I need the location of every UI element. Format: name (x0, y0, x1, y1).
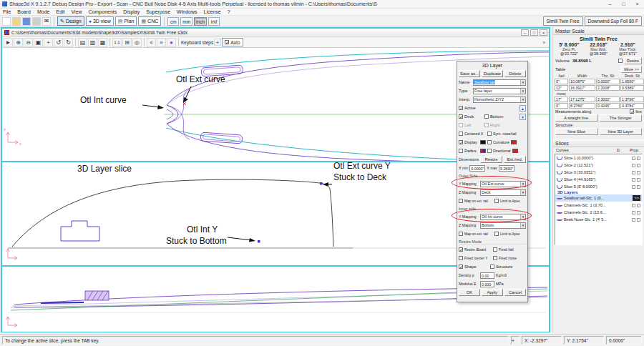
list-item-slice-3[interactable]: Slice 3 (33.0351") (555, 169, 642, 176)
menu-file[interactable]: File (3, 9, 11, 14)
table-cell[interactable]: 2.2008" (596, 85, 620, 91)
menu-board[interactable]: Board (17, 9, 31, 14)
cancel-button[interactable]: Cancel (504, 289, 526, 296)
curvature-checkbox[interactable] (487, 140, 492, 144)
pan-tool-icon[interactable]: + (44, 38, 53, 47)
more-button[interactable]: More >> (621, 66, 642, 73)
zoom-out-icon[interactable]: ⊖ (24, 38, 33, 47)
doc-minimize-button[interactable]: – (521, 29, 529, 36)
outer-limit-apex-checkbox[interactable] (494, 199, 499, 203)
table-cell[interactable]: 16.3917" (569, 85, 595, 91)
display-toggle[interactable] (632, 218, 635, 222)
new-slice-button[interactable]: New Slice (555, 128, 598, 135)
prop-toggle[interactable] (637, 171, 640, 174)
modulus-field[interactable]: 0.000 (480, 281, 494, 287)
pointer-tool-icon[interactable]: ► (4, 38, 13, 47)
table-cell[interactable]: 1.6590" (620, 79, 644, 84)
table-cell[interactable]: 1.3796" (620, 97, 644, 102)
fixed-tail-checkbox[interactable] (493, 247, 497, 252)
close-button[interactable]: × (630, 0, 644, 9)
minimize-button[interactable]: – (603, 0, 617, 9)
table-cell[interactable]: 17" (555, 97, 568, 102)
print-icon[interactable] (32, 17, 41, 26)
move-layer-up-icon[interactable]: ▲ (519, 105, 526, 112)
design-view-button[interactable]: ✎ Design (57, 16, 84, 26)
resize-tab[interactable]: Resize (480, 156, 502, 163)
mail-icon[interactable]: ✉ (42, 17, 51, 26)
menu-help[interactable]: ? (228, 9, 230, 14)
move-layer-down-icon[interactable]: ▼ (519, 114, 526, 120)
radius-color-swatch[interactable] (480, 149, 486, 153)
delete-button[interactable]: Delete (504, 70, 526, 77)
sym-nose-tail-checkbox[interactable] (487, 132, 492, 136)
new-document-icon[interactable] (2, 17, 11, 26)
3d-view-button[interactable]: ● 3D view (86, 16, 114, 26)
menu-mode[interactable]: Mode (37, 9, 50, 14)
display-toggle[interactable] (632, 164, 635, 167)
inner-limit-apex-checkbox[interactable] (494, 232, 499, 236)
resize-board-checkbox[interactable] (459, 247, 463, 252)
open-folder-icon[interactable] (12, 17, 21, 26)
bottom-checkbox[interactable] (484, 114, 489, 119)
menu-license[interactable]: License (204, 9, 221, 14)
fixed-center-checkbox[interactable] (459, 256, 463, 260)
inner-z-mapping-combo[interactable]: Bottom ▼ (480, 222, 526, 229)
zoom-window-icon[interactable]: ▣ (34, 38, 43, 47)
menu-view[interactable]: View (72, 9, 82, 14)
guides-toggle-icon[interactable]: ◎ (132, 38, 142, 47)
resize-checkbox[interactable] (618, 59, 623, 63)
table-cell[interactable]: 12" (555, 85, 568, 91)
curvature-color-swatch[interactable] (511, 140, 517, 144)
display-color-swatch[interactable] (480, 140, 486, 144)
prop-toggle[interactable] (637, 164, 640, 167)
table-cell[interactable]: 0" (555, 103, 568, 109)
structure-checkbox[interactable] (490, 265, 494, 269)
display-toggle[interactable] (632, 204, 635, 207)
inner-map-ext-rail-checkbox[interactable] (459, 232, 463, 236)
auto-toggle[interactable]: Auto (222, 38, 243, 46)
active-checkbox[interactable] (459, 106, 463, 110)
open-board-tab-downwind[interactable]: Downwind Sup Foil 80 F (585, 16, 642, 26)
rotate-left-icon[interactable]: ↺ (54, 38, 63, 47)
save-icon[interactable] (22, 17, 31, 26)
table-cell[interactable]: 8.2760" (569, 103, 595, 109)
ok-button[interactable]: OK (459, 289, 480, 296)
shape-checkbox[interactable] (459, 265, 463, 269)
prop-toggle[interactable] (637, 157, 640, 160)
display-toggle[interactable] (632, 171, 635, 174)
next-slice-icon[interactable]: » (157, 38, 166, 47)
density-field[interactable]: 0.00 (480, 272, 494, 279)
table-cell[interactable]: 0.5389" (620, 85, 644, 91)
table-cell[interactable]: 10.0870" (569, 79, 595, 84)
inner-y-mapping-combo[interactable]: Otl Int curve ▼ (480, 214, 526, 220)
unit-cm-button[interactable]: cm (167, 17, 179, 26)
outer-map-ext-rail-checkbox[interactable] (459, 199, 463, 203)
save-as-button[interactable]: Save as... (459, 70, 480, 77)
list-item-slice-4[interactable]: Slice 4 (44.9165") (555, 176, 642, 183)
menu-windows[interactable]: Windows (177, 9, 197, 14)
display-toggle[interactable] (632, 211, 635, 214)
right-checkbox[interactable] (484, 123, 489, 127)
unit-mm-button[interactable]: mm (180, 17, 192, 26)
master-scale-title[interactable]: Master Scale (553, 27, 644, 35)
previous-slice-icon[interactable]: « (147, 38, 156, 47)
straight-line-button[interactable]: A straight line. (555, 114, 598, 122)
expand-layer-button[interactable]: >> (633, 195, 640, 201)
rotate-right-icon[interactable]: ↻ (64, 38, 73, 47)
cnc-button[interactable]: ▦ CNC (138, 16, 161, 26)
plan-view-button[interactable]: ▤ Plan (115, 16, 137, 26)
prop-toggle[interactable] (637, 178, 640, 182)
deck-checkbox[interactable] (459, 114, 463, 119)
directional-checkbox[interactable] (487, 149, 492, 153)
slices-title[interactable]: Slices (553, 139, 644, 147)
list-item-slice-2[interactable]: Slice 2 (12.521") (555, 162, 642, 169)
maximize-button[interactable]: □ (617, 0, 630, 9)
type-combo[interactable]: Free layer ▼ (473, 88, 526, 94)
resize-button[interactable]: Resize (624, 57, 642, 64)
stringer-button[interactable]: The Stringer (600, 114, 643, 122)
apply-button[interactable]: Apply (482, 289, 503, 296)
menu-superpose[interactable]: Superpose (146, 9, 170, 14)
list-item-layer-swallow-tail[interactable]: Swallow tail-Slc. 1 (0... >> (555, 194, 642, 202)
table-cell[interactable]: 0.4245" (596, 103, 620, 109)
menu-components[interactable]: Components (89, 9, 117, 14)
